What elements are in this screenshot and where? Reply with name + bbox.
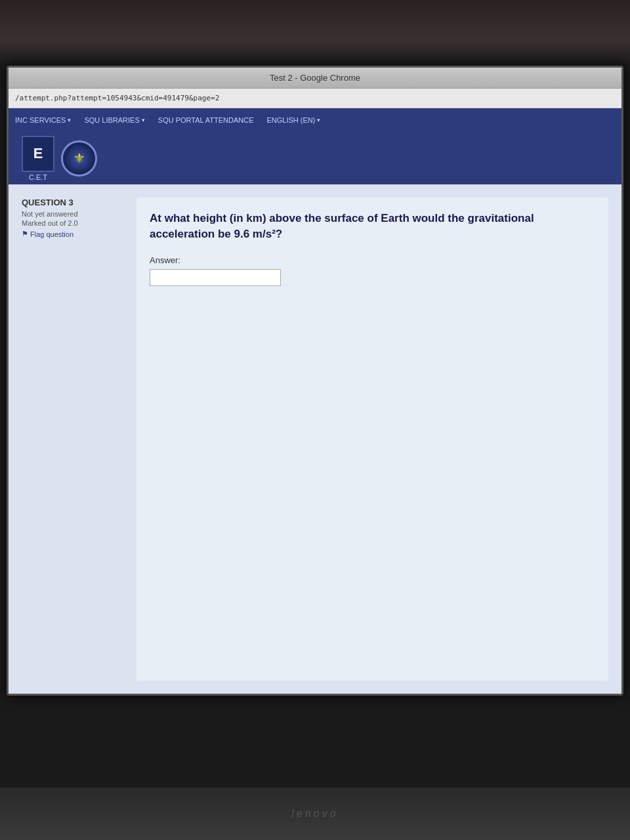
logo-container-left: E C.E.T: [22, 136, 54, 181]
nav-item-inc-services[interactable]: INC SERVICES ▾: [15, 116, 71, 124]
answer-label: Answer:: [150, 255, 595, 265]
logo-container-circle: ⚜: [61, 140, 97, 177]
question-sidebar: QUESTION 3 Not yet answered Marked out o…: [22, 198, 127, 681]
flag-question-button[interactable]: ⚑ Flag question: [22, 230, 127, 238]
flag-icon: ⚑: [22, 230, 28, 238]
nav-item-squ-libraries[interactable]: SQU LIBRARIES ▾: [84, 116, 144, 124]
laptop-bottom-frame: lenovo: [0, 788, 630, 840]
institution-label: C.E.T: [29, 173, 47, 181]
moodle-navbar: INC SERVICES ▾ SQU LIBRARIES ▾ SQU PORTA…: [9, 108, 621, 132]
brand-logo: lenovo: [291, 808, 338, 820]
chevron-down-icon: ▾: [142, 117, 145, 123]
question-number: QUESTION 3: [22, 198, 127, 207]
chevron-down-icon: ▾: [317, 117, 320, 123]
university-seal: ⚜: [61, 140, 97, 177]
question-marked-out: Marked out of 2.0: [22, 219, 127, 227]
nav-buttons-row: Previous page: [9, 694, 621, 696]
institution-logo-box: E: [22, 136, 54, 172]
question-status: Not yet answered: [22, 210, 127, 218]
question-content-area: At what height (in km) above the surface…: [136, 198, 608, 681]
question-text: At what height (in km) above the surface…: [150, 211, 595, 242]
nav-item-squ-portal[interactable]: SQU PORTAL ATTENDANCE: [158, 116, 254, 124]
main-content: QUESTION 3 Not yet answered Marked out o…: [9, 184, 621, 694]
answer-input[interactable]: [150, 269, 281, 286]
browser-title: Test 2 - Google Chrome: [270, 73, 360, 83]
browser-addressbar: /attempt.php?attempt=1054943&cmid=491479…: [9, 89, 621, 108]
browser-titlebar: Test 2 - Google Chrome: [9, 68, 621, 89]
browser-url: /attempt.php?attempt=1054943&cmid=491479…: [15, 94, 219, 102]
chevron-down-icon: ▾: [68, 117, 71, 123]
laptop-top-frame: [0, 0, 630, 66]
browser-screen: Test 2 - Google Chrome /attempt.php?atte…: [7, 66, 623, 696]
nav-item-language[interactable]: ENGLISH (EN) ▾: [266, 116, 320, 124]
moodle-header: E C.E.T ⚜: [9, 132, 621, 184]
